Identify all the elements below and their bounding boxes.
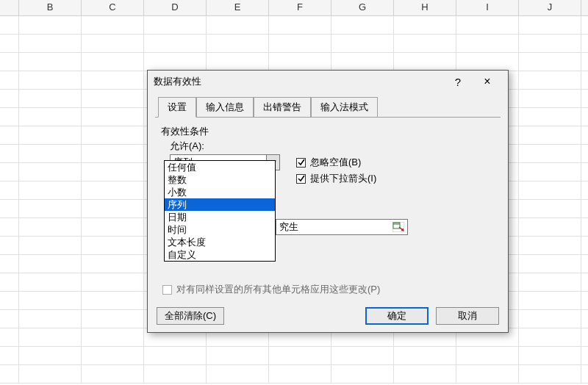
- col-header[interactable]: I: [456, 0, 519, 15]
- col-header[interactable]: B: [19, 0, 82, 15]
- in-cell-dropdown-checkbox[interactable]: 提供下拉箭头(I): [296, 170, 376, 187]
- checkbox-icon: [296, 174, 306, 184]
- column-header-row: B C D E F G H I J: [0, 0, 588, 16]
- help-button[interactable]: ?: [443, 71, 473, 92]
- close-button[interactable]: ×: [473, 71, 502, 92]
- ignore-blank-label: 忽略空值(B): [310, 156, 361, 169]
- dialog-title: 数据有效性: [154, 75, 443, 88]
- titlebar[interactable]: 数据有效性 ? ×: [148, 71, 508, 93]
- ok-button[interactable]: 确定: [365, 307, 429, 325]
- apply-all-checkbox[interactable]: 对有同样设置的所有其他单元格应用这些更改(P): [162, 283, 380, 296]
- allow-option[interactable]: 时间: [165, 223, 275, 236]
- tab-settings[interactable]: 设置: [158, 97, 196, 118]
- clear-all-button[interactable]: 全部清除(C): [157, 307, 224, 325]
- cancel-button[interactable]: 取消: [436, 307, 499, 325]
- svg-rect-2: [393, 223, 400, 225]
- tab-error-alert[interactable]: 出错警告: [254, 97, 311, 118]
- allow-option[interactable]: 任何值: [165, 161, 275, 173]
- allow-option[interactable]: 文本长度: [165, 236, 275, 248]
- allow-label: 允许(A):: [170, 140, 495, 153]
- col-header[interactable]: H: [394, 0, 456, 15]
- col-header[interactable]: F: [269, 0, 331, 15]
- source-value: 究生: [276, 220, 391, 234]
- col-header[interactable]: G: [331, 0, 394, 15]
- apply-all-label: 对有同样设置的所有其他单元格应用这些更改(P): [176, 283, 380, 296]
- col-header[interactable]: E: [207, 0, 269, 15]
- tab-strip: 设置 输入信息 出错警告 输入法模式: [158, 97, 501, 118]
- dialog-buttons: 全部清除(C) 确定 取消: [157, 307, 499, 325]
- ignore-blank-checkbox[interactable]: 忽略空值(B): [296, 154, 376, 170]
- allow-option[interactable]: 日期: [165, 211, 275, 223]
- checkbox-icon: [296, 158, 306, 168]
- allow-option[interactable]: 整数: [165, 173, 275, 186]
- tab-ime-mode[interactable]: 输入法模式: [311, 97, 378, 118]
- in-cell-dropdown-label: 提供下拉箭头(I): [310, 172, 376, 185]
- source-input[interactable]: 究生: [276, 219, 408, 235]
- tab-input-message[interactable]: 输入信息: [196, 97, 254, 118]
- allow-option[interactable]: 自定义: [165, 248, 275, 261]
- allow-option-selected[interactable]: 序列: [165, 198, 275, 211]
- settings-panel: 有效性条件 允许(A): 序列 忽略空值(B): [155, 117, 501, 306]
- col-header[interactable]: J: [519, 0, 581, 15]
- range-picker-icon[interactable]: [391, 220, 406, 234]
- data-validation-dialog: 数据有效性 ? × 设置 输入信息 出错警告 输入法模式 有效性条件 允许(A)…: [147, 70, 509, 333]
- allow-dropdown-list[interactable]: 任何值 整数 小数 序列 日期 时间 文本长度 自定义: [164, 160, 276, 262]
- corner-cell: [0, 0, 19, 15]
- col-header[interactable]: D: [144, 0, 207, 15]
- checkbox-icon: [162, 285, 172, 295]
- criteria-label: 有效性条件: [161, 125, 495, 138]
- col-header[interactable]: C: [82, 0, 144, 15]
- allow-option[interactable]: 小数: [165, 186, 275, 198]
